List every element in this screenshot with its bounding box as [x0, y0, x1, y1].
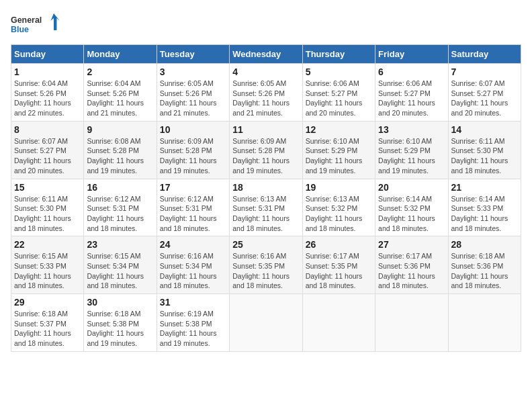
day-header-friday: Friday — [375, 45, 448, 64]
day-header-saturday: Saturday — [448, 45, 521, 64]
week-row: 22Sunrise: 6:15 AMSunset: 5:33 PMDayligh… — [11, 236, 521, 294]
table-row: 20Sunrise: 6:14 AMSunset: 5:32 PMDayligh… — [375, 179, 448, 236]
svg-text:Blue: Blue — [11, 25, 29, 34]
table-row: 19Sunrise: 6:13 AMSunset: 5:32 PMDayligh… — [302, 179, 375, 236]
table-row: 30Sunrise: 6:18 AMSunset: 5:38 PMDayligh… — [84, 294, 157, 352]
table-row: 5Sunrise: 6:06 AMSunset: 5:27 PMDaylight… — [302, 64, 375, 122]
table-row: 14Sunrise: 6:11 AMSunset: 5:30 PMDayligh… — [448, 121, 521, 179]
day-header-wednesday: Wednesday — [230, 45, 302, 64]
table-row: 23Sunrise: 6:15 AMSunset: 5:34 PMDayligh… — [84, 236, 157, 294]
table-row: 17Sunrise: 6:12 AMSunset: 5:31 PMDayligh… — [157, 179, 229, 236]
table-row: 4Sunrise: 6:05 AMSunset: 5:26 PMDaylight… — [230, 64, 302, 122]
table-row: 9Sunrise: 6:08 AMSunset: 5:28 PMDaylight… — [84, 121, 157, 179]
svg-marker-2 — [51, 13, 60, 30]
day-header-tuesday: Tuesday — [157, 45, 229, 64]
table-row: 6Sunrise: 6:06 AMSunset: 5:27 PMDaylight… — [375, 64, 448, 122]
table-row: 2Sunrise: 6:04 AMSunset: 5:26 PMDaylight… — [84, 64, 157, 122]
table-row: 27Sunrise: 6:17 AMSunset: 5:36 PMDayligh… — [375, 236, 448, 294]
week-row: 8Sunrise: 6:07 AMSunset: 5:27 PMDaylight… — [11, 121, 521, 179]
table-row: 28Sunrise: 6:18 AMSunset: 5:36 PMDayligh… — [448, 236, 521, 294]
table-row: 13Sunrise: 6:10 AMSunset: 5:29 PMDayligh… — [375, 121, 448, 179]
table-row: 25Sunrise: 6:16 AMSunset: 5:35 PMDayligh… — [230, 236, 302, 294]
table-row: 18Sunrise: 6:13 AMSunset: 5:31 PMDayligh… — [230, 179, 302, 236]
header-row: SundayMondayTuesdayWednesdayThursdayFrid… — [11, 45, 521, 64]
table-row: 29Sunrise: 6:18 AMSunset: 5:37 PMDayligh… — [11, 294, 84, 352]
page-header: General Blue — [11, 11, 521, 38]
table-row — [375, 294, 448, 352]
svg-text:General: General — [11, 15, 42, 25]
week-row: 29Sunrise: 6:18 AMSunset: 5:37 PMDayligh… — [11, 294, 521, 352]
table-row: 3Sunrise: 6:05 AMSunset: 5:26 PMDaylight… — [157, 64, 229, 122]
table-row: 24Sunrise: 6:16 AMSunset: 5:34 PMDayligh… — [157, 236, 229, 294]
day-header-sunday: Sunday — [11, 45, 84, 64]
calendar-table: SundayMondayTuesdayWednesdayThursdayFrid… — [11, 44, 521, 352]
table-row: 21Sunrise: 6:14 AMSunset: 5:33 PMDayligh… — [448, 179, 521, 236]
table-row — [230, 294, 302, 352]
table-row: 22Sunrise: 6:15 AMSunset: 5:33 PMDayligh… — [11, 236, 84, 294]
table-row — [302, 294, 375, 352]
table-row — [448, 294, 521, 352]
logo: General Blue — [11, 11, 64, 38]
table-row: 31Sunrise: 6:19 AMSunset: 5:38 PMDayligh… — [157, 294, 229, 352]
table-row: 26Sunrise: 6:17 AMSunset: 5:35 PMDayligh… — [302, 236, 375, 294]
day-header-thursday: Thursday — [302, 45, 375, 64]
table-row: 7Sunrise: 6:07 AMSunset: 5:27 PMDaylight… — [448, 64, 521, 122]
week-row: 15Sunrise: 6:11 AMSunset: 5:30 PMDayligh… — [11, 179, 521, 236]
table-row: 10Sunrise: 6:09 AMSunset: 5:28 PMDayligh… — [157, 121, 229, 179]
day-header-monday: Monday — [84, 45, 157, 64]
table-row: 12Sunrise: 6:10 AMSunset: 5:29 PMDayligh… — [302, 121, 375, 179]
table-row: 8Sunrise: 6:07 AMSunset: 5:27 PMDaylight… — [11, 121, 84, 179]
table-row: 11Sunrise: 6:09 AMSunset: 5:28 PMDayligh… — [230, 121, 302, 179]
table-row: 15Sunrise: 6:11 AMSunset: 5:30 PMDayligh… — [11, 179, 84, 236]
week-row: 1Sunrise: 6:04 AMSunset: 5:26 PMDaylight… — [11, 64, 521, 122]
table-row: 1Sunrise: 6:04 AMSunset: 5:26 PMDaylight… — [11, 64, 84, 122]
table-row: 16Sunrise: 6:12 AMSunset: 5:31 PMDayligh… — [84, 179, 157, 236]
logo-icon: General Blue — [11, 11, 64, 38]
